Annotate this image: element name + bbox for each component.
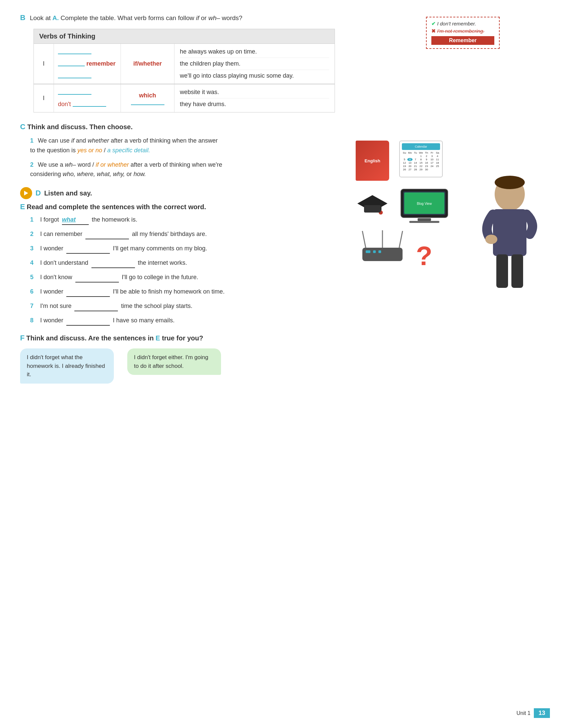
verb-blank-3 — [58, 89, 117, 96]
results-1: he always wakes up on time. the children… — [174, 44, 335, 84]
e-item-6: 6 I wonder I'll be able to finish my hom… — [30, 287, 231, 297]
verb-dont: don't — [58, 101, 117, 108]
svg-line-15 — [362, 231, 366, 248]
page-footer: Unit 1 13 — [516, 708, 550, 718]
svg-rect-4 — [364, 205, 381, 213]
e-item-4: 4 I don't understand the internet works. — [30, 258, 231, 268]
answer-what: what — [62, 215, 89, 225]
e-item-3: 3 I wonder I'll get many comments on my … — [30, 244, 231, 254]
remember-bad: ✖ I'm not remembering. — [431, 28, 494, 34]
table-title: Verbs of Thinking — [34, 29, 335, 44]
svg-marker-0 — [24, 191, 28, 195]
speech-bubble-left: I didn't forget what the homework is. I … — [20, 348, 114, 384]
svg-rect-10 — [409, 221, 439, 223]
e-item-7: 7 I'm not sure time the school play star… — [30, 302, 231, 311]
verb-blank-1 — [58, 48, 117, 55]
svg-point-21 — [485, 235, 497, 244]
section-b-text: Look at A. Complete the table. What verb… — [30, 14, 242, 21]
section-c-label: C — [20, 123, 25, 131]
result-1-2: the children play them. — [180, 58, 329, 70]
section-e-title: Read and complete the sentences with the… — [27, 203, 206, 211]
svg-rect-13 — [373, 250, 376, 253]
svg-text:Blog View: Blog View — [417, 202, 432, 206]
answer-blank-5 — [75, 273, 119, 282]
row-verbs-2: don't — [54, 84, 121, 112]
speech-bubble-right: I didn't forget either. I'm going to do … — [127, 348, 221, 375]
graduation-cap-illustration — [356, 192, 389, 219]
e-item-1: 1 I forgot what the homework is. — [30, 215, 231, 225]
svg-rect-9 — [418, 218, 431, 221]
question-mark: ? — [416, 243, 432, 269]
section-d-text: Listen and say. — [44, 189, 92, 197]
svg-rect-23 — [511, 254, 523, 288]
c-item-2: 2 We use a wh– word / if or whether afte… — [30, 160, 224, 179]
monitor-illustration: Blog View — [399, 187, 449, 224]
e-item-5: 5 I don't know I'll go to college in the… — [30, 273, 231, 282]
svg-rect-12 — [366, 250, 370, 253]
table-row-group-1: I remember if/whether he always wakes up… — [34, 44, 335, 84]
section-f-title: Think and discuss. Are the sentences in … — [26, 334, 203, 342]
section-d-label: D — [35, 189, 41, 197]
answer-blank-4 — [91, 258, 135, 268]
answer-blank-7 — [74, 302, 118, 311]
svg-rect-22 — [496, 254, 508, 288]
result-1-3: we'll go into class playing music some d… — [180, 70, 329, 82]
svg-point-19 — [495, 176, 525, 189]
result-1-1: he always wakes up on time. — [180, 46, 329, 58]
illustrations: English Calendar SuMoTuWeThFrSa 1234 567… — [356, 141, 543, 269]
connector-2: which — [121, 84, 174, 112]
person-illustration — [476, 174, 543, 310]
book-illustration: English — [356, 141, 389, 181]
e-item-2: 2 I can remember all my friends' birthda… — [30, 230, 231, 239]
verb-remember: remember — [58, 60, 117, 67]
row-verbs-1: remember — [54, 44, 121, 84]
section-c-title-text: Think and discuss. Then choose. — [27, 123, 133, 131]
calendar-illustration: Calendar SuMoTuWeThFrSa 1234 567891011 1… — [399, 141, 443, 177]
section-f: F Think and discuss. Are the sentences i… — [20, 334, 550, 384]
page-number: 13 — [534, 708, 550, 718]
e-item-8: 8 I wonder I have so many emails. — [30, 316, 231, 326]
svg-rect-11 — [362, 248, 403, 261]
remember-good: ✔ I don't remember. — [431, 21, 494, 27]
listen-icon[interactable] — [20, 187, 32, 199]
remember-label: Remember — [431, 36, 494, 45]
results-2: website it was. they have drums. — [174, 84, 335, 112]
result-2-2: they have drums. — [180, 98, 329, 110]
section-b-label: B — [20, 13, 25, 22]
svg-line-17 — [399, 231, 403, 248]
answer-blank-3 — [66, 244, 110, 254]
row-label-1: I — [34, 44, 54, 84]
verb-blank-2 — [58, 72, 117, 79]
table-row-group-2: I don't which website it was. they have … — [34, 84, 335, 112]
c-item-1: 1 We can use if and whether after a verb… — [30, 136, 224, 155]
row-label-2: I — [34, 84, 54, 112]
section-f-label: F — [20, 334, 24, 342]
router-illustration — [356, 228, 409, 269]
section-e-label: E — [20, 203, 25, 211]
answer-blank-8 — [66, 316, 110, 326]
svg-rect-20 — [493, 209, 526, 256]
svg-rect-14 — [378, 250, 381, 253]
unit-text: Unit 1 — [516, 710, 530, 716]
result-2-1: website it was. — [180, 86, 329, 98]
verbs-table: Verbs of Thinking I remember if/whether … — [33, 29, 335, 112]
answer-blank-2 — [85, 230, 129, 239]
answer-blank-6 — [66, 287, 110, 297]
connector-1: if/whether — [121, 44, 174, 84]
